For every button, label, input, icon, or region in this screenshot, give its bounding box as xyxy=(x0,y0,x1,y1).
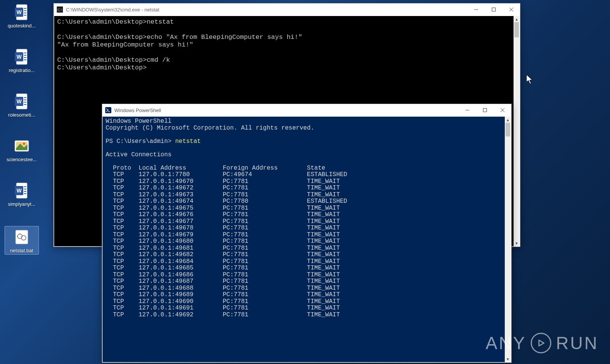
scroll-up-icon[interactable]: ▲ xyxy=(514,16,520,22)
file-icon: W xyxy=(13,181,31,200)
ps-scrollbar[interactable]: ▲ ▼ xyxy=(505,117,511,362)
desktop-icon-4[interactable]: Wsimplyanyt... xyxy=(5,181,39,207)
svg-text:W: W xyxy=(16,9,22,15)
desktop-icon-5[interactable]: netstat.bat xyxy=(5,226,39,255)
svg-rect-38 xyxy=(492,8,496,11)
desktop-icon-0[interactable]: Wquoteskind... xyxy=(5,3,39,29)
svg-point-24 xyxy=(23,143,25,145)
cmd-scrollbar[interactable]: ▲ ▼ xyxy=(514,16,520,246)
file-icon: W xyxy=(13,3,31,21)
svg-rect-44 xyxy=(483,109,487,112)
svg-text:W: W xyxy=(16,98,22,104)
file-icon xyxy=(13,228,31,246)
scroll-down-icon[interactable]: ▼ xyxy=(505,356,511,362)
ps-close-button[interactable] xyxy=(494,104,511,116)
desktop-icons: Wquoteskind...Wregistratio...Wrolesometi… xyxy=(5,3,47,274)
ps-console[interactable]: Windows PowerShell Copyright (C) Microso… xyxy=(103,117,505,362)
powershell-icon xyxy=(105,107,111,113)
cmd-icon: C:\ xyxy=(57,6,63,13)
icon-label: sciencestee... xyxy=(5,157,39,162)
file-icon xyxy=(13,137,31,155)
scroll-up-icon[interactable]: ▲ xyxy=(505,117,511,123)
svg-text:C:\: C:\ xyxy=(58,8,62,12)
ps-titlebar[interactable]: Windows PowerShell xyxy=(102,104,511,116)
mouse-cursor xyxy=(526,74,534,87)
cmd-titlebar[interactable]: C:\ C:\WINDOWS\system32\cmd.exe - netsta… xyxy=(54,3,520,16)
scroll-down-icon[interactable]: ▼ xyxy=(514,240,520,246)
watermark: ANY RUN xyxy=(486,333,599,353)
cmd-close-button[interactable] xyxy=(502,3,520,16)
icon-label: simplyanyt... xyxy=(5,201,39,207)
file-icon: W xyxy=(13,48,31,66)
icon-label: quoteskind... xyxy=(5,23,39,29)
icon-label: registratio... xyxy=(5,67,39,73)
watermark-left: ANY xyxy=(486,333,527,353)
scroll-thumb[interactable] xyxy=(514,22,519,37)
cmd-maximize-button[interactable] xyxy=(485,3,502,16)
ps-title: Windows PowerShell xyxy=(114,107,459,113)
desktop-icon-2[interactable]: Wrolesometi... xyxy=(5,92,39,118)
cmd-minimize-button[interactable] xyxy=(467,3,485,16)
desktop-icon-3[interactable]: sciencestee... xyxy=(5,137,39,162)
desktop-icon-1[interactable]: Wregistratio... xyxy=(5,48,39,73)
ps-minimize-button[interactable] xyxy=(459,104,476,116)
cmd-title: C:\WINDOWS\system32\cmd.exe - netstat xyxy=(66,7,467,13)
svg-text:W: W xyxy=(16,54,22,60)
icon-label: rolesometi... xyxy=(5,112,39,118)
scroll-thumb[interactable] xyxy=(506,123,510,136)
play-icon xyxy=(531,333,551,353)
svg-text:W: W xyxy=(16,188,22,194)
powershell-window[interactable]: Windows PowerShell Windows PowerShell Co… xyxy=(102,104,512,363)
watermark-right: RUN xyxy=(556,333,599,353)
icon-label: netstat.bat xyxy=(6,248,38,253)
ps-maximize-button[interactable] xyxy=(476,104,494,116)
file-icon: W xyxy=(13,92,31,111)
